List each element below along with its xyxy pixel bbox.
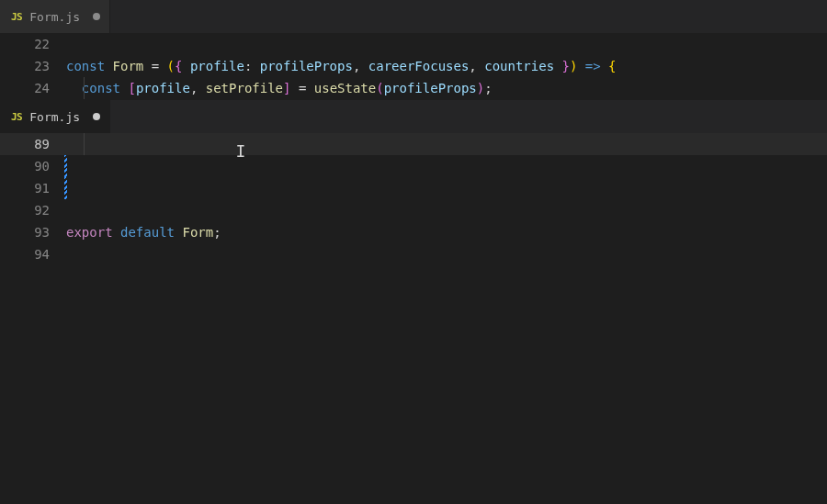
modified-gutter-indicator-icon	[64, 155, 67, 177]
code-content[interactable]: export default Form;	[66, 225, 221, 240]
unsaved-indicator-icon	[93, 113, 100, 120]
editor-pane-top: JS Form.js 2223const Form = ({ profile: …	[0, 0, 827, 99]
line-number: 90	[0, 159, 66, 174]
line-number: 93	[0, 225, 66, 240]
code-line[interactable]: 22	[0, 33, 827, 55]
code-line[interactable]: 93export default Form;	[0, 221, 827, 243]
tab-bar: JS Form.js	[0, 0, 827, 33]
code-editor[interactable]: 2223const Form = ({ profile: profileProp…	[0, 33, 827, 99]
code-line[interactable]: 23const Form = ({ profile: profileProps,…	[0, 55, 827, 77]
code-content[interactable]: const [profile, setProfile] = useState(p…	[66, 81, 493, 95]
line-number: 89	[0, 137, 66, 151]
code-line[interactable]: 94	[0, 243, 827, 265]
code-content[interactable]: const Form = ({ profile: profileProps, c…	[66, 59, 617, 73]
line-number: 94	[0, 247, 66, 262]
tab-filename: Form.js	[29, 110, 80, 124]
code-line[interactable]: 92	[0, 199, 827, 221]
line-number: 23	[0, 59, 66, 73]
indent-guide	[84, 77, 85, 99]
modified-gutter-indicator-icon	[64, 177, 67, 199]
js-file-icon: JS	[11, 111, 22, 123]
line-number: 22	[0, 37, 66, 51]
indent-guide	[84, 133, 85, 155]
code-line[interactable]: 24 const [profile, setProfile] = useStat…	[0, 77, 827, 99]
tab-bar: JS Form.js	[0, 100, 827, 133]
code-editor[interactable]: I 8990919293export default Form;94	[0, 133, 827, 500]
tab-filename: Form.js	[29, 10, 80, 24]
code-line[interactable]: 91	[0, 177, 827, 199]
unsaved-indicator-icon	[93, 13, 100, 20]
file-tab-form-js[interactable]: JS Form.js	[0, 100, 110, 133]
line-number: 24	[0, 81, 66, 95]
editor-pane-bottom: JS Form.js I 8990919293export default Fo…	[0, 99, 827, 500]
line-number: 92	[0, 203, 66, 218]
line-number: 91	[0, 181, 66, 196]
js-file-icon: JS	[11, 11, 22, 23]
code-line[interactable]: 90	[0, 155, 827, 177]
file-tab-form-js[interactable]: JS Form.js	[0, 0, 110, 33]
code-line[interactable]: 89	[0, 133, 827, 155]
